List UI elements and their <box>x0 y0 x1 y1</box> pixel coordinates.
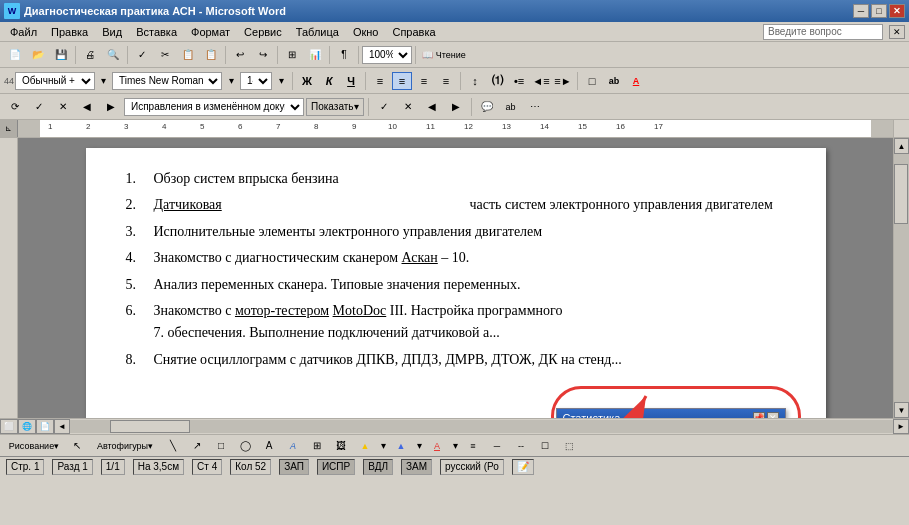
bold-button[interactable]: Ж <box>297 72 317 90</box>
view-normal-button[interactable]: ⬜ <box>0 419 18 434</box>
cut-button[interactable]: ✂ <box>154 45 176 65</box>
scroll-right-button[interactable]: ► <box>893 419 909 434</box>
drawing-menu-button[interactable]: Рисование▾ <box>4 436 64 456</box>
3d-btn[interactable]: ⬚ <box>558 436 580 456</box>
indent-decrease-button[interactable]: ◄≡ <box>531 72 551 90</box>
stats-pin-button[interactable]: 📌 <box>753 412 765 418</box>
stats-close-button[interactable]: ✕ <box>767 412 779 418</box>
highlight-button[interactable]: ab <box>604 72 624 90</box>
outside-border-button[interactable]: □ <box>582 72 602 90</box>
wordart-tool[interactable]: A <box>282 436 304 456</box>
copy-button[interactable]: 📋 <box>177 45 199 65</box>
review-btn5[interactable]: ▶ <box>100 97 122 117</box>
align-center-button[interactable]: ≡ <box>392 72 412 90</box>
font-color-draw-btn[interactable]: A <box>426 436 448 456</box>
italic-button[interactable]: К <box>319 72 339 90</box>
textbox-tool[interactable]: A <box>258 436 280 456</box>
line-spacing-button[interactable]: ↕ <box>465 72 485 90</box>
h-scroll-thumb[interactable] <box>110 420 190 433</box>
menu-format[interactable]: Формат <box>185 24 236 40</box>
indent-increase-button[interactable]: ≡► <box>553 72 573 90</box>
select-arrow-button[interactable]: ↖ <box>66 436 88 456</box>
line-tool[interactable]: ╲ <box>162 436 184 456</box>
line-type-btn[interactable]: -- <box>510 436 532 456</box>
help-search-box[interactable]: Введите вопрос <box>763 24 883 40</box>
review-btn4[interactable]: ◀ <box>76 97 98 117</box>
menu-close-button[interactable]: ✕ <box>889 25 905 39</box>
autoshapes-button[interactable]: Автофигуры▾ <box>90 436 160 456</box>
scroll-left-button[interactable]: ◄ <box>54 419 70 434</box>
prev-change-button[interactable]: ◀ <box>421 97 443 117</box>
view-print-button[interactable]: 📄 <box>36 419 54 434</box>
size-select[interactable]: 14 <box>240 72 272 90</box>
ins-del-btn[interactable]: ab <box>500 97 522 117</box>
menu-view[interactable]: Вид <box>96 24 128 40</box>
print-button[interactable]: 🖨 <box>79 45 101 65</box>
bullets-button[interactable]: •≡ <box>509 72 529 90</box>
menu-file[interactable]: Файл <box>4 24 43 40</box>
print-preview-button[interactable]: 🔍 <box>102 45 124 65</box>
underline-button[interactable]: Ч <box>341 72 361 90</box>
zoom-select[interactable]: 100% <box>362 46 412 64</box>
spell-check-button[interactable]: ✓ <box>131 45 153 65</box>
open-button[interactable]: 📂 <box>27 45 49 65</box>
justify-button[interactable]: ≡ <box>436 72 456 90</box>
scroll-down-button[interactable]: ▼ <box>894 402 909 418</box>
line-color-btn[interactable]: ▲ <box>390 436 412 456</box>
menu-tools[interactable]: Сервис <box>238 24 288 40</box>
insert-table-button[interactable]: ⊞ <box>281 45 303 65</box>
font-dropdown-btn[interactable]: ▾ <box>224 71 238 91</box>
align-right-button[interactable]: ≡ <box>414 72 434 90</box>
clipart-tool[interactable]: 🖼 <box>330 436 352 456</box>
line-color-dropdown[interactable]: ▾ <box>414 436 424 456</box>
menu-insert[interactable]: Вставка <box>130 24 183 40</box>
redo-button[interactable]: ↪ <box>252 45 274 65</box>
save-button[interactable]: 💾 <box>50 45 72 65</box>
view-web-button[interactable]: 🌐 <box>18 419 36 434</box>
reject-all-button[interactable]: ✕ <box>397 97 419 117</box>
scroll-track[interactable] <box>894 154 909 402</box>
line-weight-btn[interactable]: ─ <box>486 436 508 456</box>
track-changes-select[interactable]: Исправления в изменённом документе <box>124 98 304 116</box>
minimize-button[interactable]: ─ <box>853 4 869 18</box>
font-select[interactable]: Times New Roman <box>112 72 222 90</box>
reading-mode-button[interactable]: 📖 Чтение <box>419 45 469 65</box>
paste-button[interactable]: 📋 <box>200 45 222 65</box>
show-changes-button[interactable]: Показать▾ <box>306 98 364 116</box>
fill-color-btn[interactable]: ▲ <box>354 436 376 456</box>
style-dropdown-btn[interactable]: ▾ <box>96 71 110 91</box>
review-btn2[interactable]: ✓ <box>28 97 50 117</box>
next-change-button[interactable]: ▶ <box>445 97 467 117</box>
document-area[interactable]: Обзор систем впрыска бензина Датчиковая … <box>18 138 893 418</box>
menu-table[interactable]: Таблица <box>290 24 345 40</box>
align-left-button[interactable]: ≡ <box>370 72 390 90</box>
menu-help[interactable]: Справка <box>386 24 441 40</box>
new-button[interactable]: 📄 <box>4 45 26 65</box>
rect-tool[interactable]: □ <box>210 436 232 456</box>
review-btn1[interactable]: ⟳ <box>4 97 26 117</box>
maximize-button[interactable]: □ <box>871 4 887 18</box>
shadow-btn[interactable]: ☐ <box>534 436 556 456</box>
more-review-btn[interactable]: ⋯ <box>524 97 546 117</box>
comment-button[interactable]: 💬 <box>476 97 498 117</box>
menu-window[interactable]: Окно <box>347 24 385 40</box>
close-button[interactable]: ✕ <box>889 4 905 18</box>
menu-edit[interactable]: Правка <box>45 24 94 40</box>
style-select[interactable]: Обычный + 14 пт. <box>15 72 95 90</box>
diagram-tool[interactable]: ⊞ <box>306 436 328 456</box>
scroll-thumb[interactable] <box>894 164 908 224</box>
ellipse-tool[interactable]: ◯ <box>234 436 256 456</box>
accept-all-button[interactable]: ✓ <box>373 97 395 117</box>
insert-chart-button[interactable]: 📊 <box>304 45 326 65</box>
numbering-button[interactable]: ⑴ <box>487 72 507 90</box>
font-color-draw-dropdown[interactable]: ▾ <box>450 436 460 456</box>
h-scroll-track[interactable] <box>70 420 893 433</box>
font-color-button[interactable]: A <box>626 72 646 90</box>
line-style-btn[interactable]: ≡ <box>462 436 484 456</box>
review-btn3[interactable]: ✕ <box>52 97 74 117</box>
arrow-tool[interactable]: ↗ <box>186 436 208 456</box>
fill-dropdown-btn[interactable]: ▾ <box>378 436 388 456</box>
undo-button[interactable]: ↩ <box>229 45 251 65</box>
scroll-up-button[interactable]: ▲ <box>894 138 909 154</box>
size-dropdown-btn[interactable]: ▾ <box>274 71 288 91</box>
